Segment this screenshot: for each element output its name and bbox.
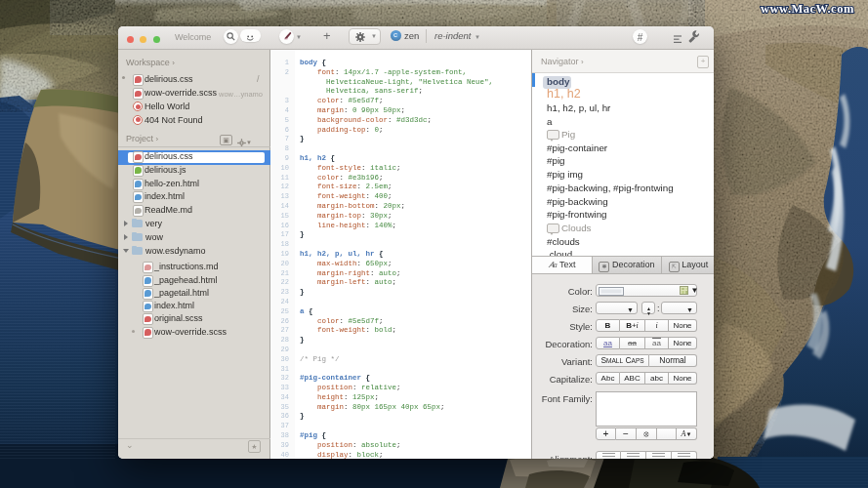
svg-text:www.MacW.com: www.MacW.com bbox=[761, 2, 854, 16]
